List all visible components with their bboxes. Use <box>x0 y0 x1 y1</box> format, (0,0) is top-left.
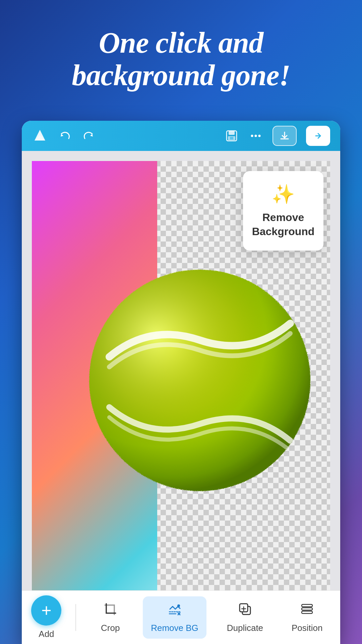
bottom-toolbar: + Add Crop <box>22 590 340 644</box>
add-label: Add <box>39 629 54 639</box>
app-mockup: ✨ Remove Background + Add <box>22 121 340 644</box>
plus-icon: + <box>41 600 51 621</box>
duplicate-label: Duplicate <box>227 623 263 633</box>
svg-rect-7 <box>230 137 233 140</box>
svg-point-15 <box>177 604 180 607</box>
svg-point-10 <box>258 135 261 137</box>
crop-label: Crop <box>101 623 120 633</box>
svg-rect-18 <box>302 604 312 607</box>
add-tool[interactable]: + Add <box>31 595 61 639</box>
toolbar-divider <box>75 604 76 631</box>
send-button[interactable] <box>306 126 330 146</box>
duplicate-icon <box>238 602 252 620</box>
remove-bg-tool[interactable]: Remove BG <box>143 596 206 639</box>
position-icon <box>300 602 314 620</box>
tooltip-label: Remove Background <box>252 211 315 238</box>
svg-point-14 <box>89 270 310 491</box>
download-button[interactable] <box>273 126 297 146</box>
app-logo <box>32 127 48 145</box>
headline: One click and background gone! <box>0 0 362 112</box>
remove-background-tooltip[interactable]: ✨ Remove Background <box>243 171 323 251</box>
more-button[interactable] <box>248 128 263 143</box>
duplicate-tool[interactable]: Duplicate <box>219 596 271 639</box>
svg-rect-19 <box>302 608 312 610</box>
canvas: ✨ Remove Background <box>32 161 330 590</box>
headline-line1: One click and <box>99 26 263 59</box>
position-label: Position <box>292 623 323 633</box>
svg-rect-20 <box>302 611 312 613</box>
save-button[interactable] <box>224 128 239 143</box>
crop-tool[interactable]: Crop <box>90 596 130 639</box>
app-toolbar <box>22 121 340 151</box>
crop-icon <box>103 602 118 620</box>
remove-bg-icon <box>167 602 182 620</box>
remove-bg-label: Remove BG <box>151 623 198 633</box>
svg-point-8 <box>251 135 253 137</box>
undo-button[interactable] <box>57 128 72 143</box>
svg-point-9 <box>255 135 257 137</box>
magic-wand-icon: ✨ <box>272 183 295 205</box>
add-button[interactable]: + <box>31 595 61 626</box>
redo-button[interactable] <box>81 128 96 143</box>
tennis-ball-image <box>82 263 317 498</box>
headline-line2: background gone! <box>72 59 290 92</box>
canvas-area: ✨ Remove Background <box>22 151 340 590</box>
position-tool[interactable]: Position <box>284 596 331 639</box>
svg-rect-5 <box>229 131 235 135</box>
